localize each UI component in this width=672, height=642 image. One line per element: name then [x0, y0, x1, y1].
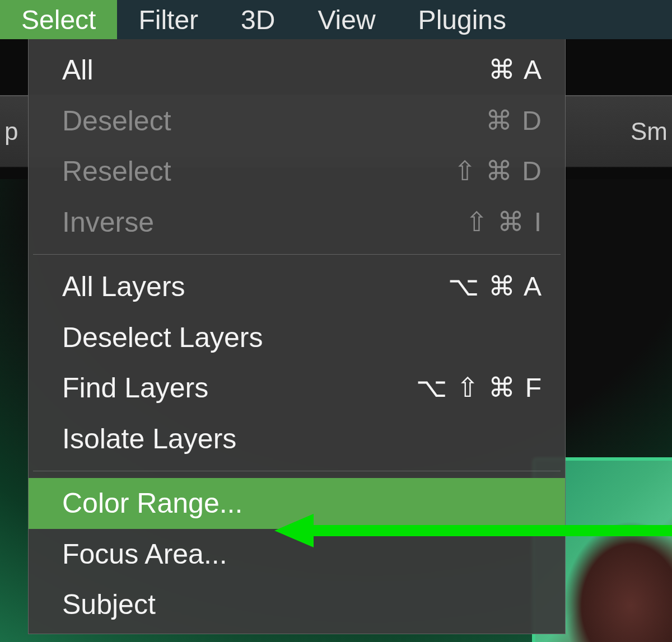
menu-item-focus-area[interactable]: Focus Area...: [29, 529, 565, 580]
menu-item-label: Inverse: [62, 205, 443, 240]
menu-item-shortcut: ⇧ ⌘ D: [431, 154, 543, 188]
menu-3d[interactable]: 3D: [220, 0, 296, 39]
menu-item-inverse: Inverse ⇧ ⌘ I: [29, 197, 565, 248]
app-root: Select Filter 3D View Plugins p Sm GI Al…: [0, 0, 672, 642]
menu-item-label: Isolate Layers: [62, 421, 520, 457]
options-bar-left-fragment: p: [4, 118, 18, 146]
menu-plugins[interactable]: Plugins: [397, 0, 528, 39]
menu-item-shortcut: ⇧ ⌘ I: [443, 205, 543, 239]
select-menu-dropdown: All ⌘ A Deselect ⌘ D Reselect ⇧ ⌘ D Inve…: [28, 39, 566, 634]
menu-item-shortcut: ⌥ ⇧ ⌘ F: [394, 371, 543, 405]
menu-item-shortcut: ⌘ D: [463, 104, 543, 138]
menu-view[interactable]: View: [296, 0, 396, 39]
menu-item-label: Find Layers: [62, 371, 394, 406]
menu-item-color-range[interactable]: Color Range...: [29, 478, 565, 529]
menu-item-label: All Layers: [62, 269, 426, 304]
menu-item-label: Reselect: [62, 154, 431, 189]
menu-item-find-layers[interactable]: Find Layers ⌥ ⇧ ⌘ F: [29, 363, 565, 414]
menu-item-shortcut: ⌥ ⌘ A: [426, 270, 543, 303]
menu-item-label: Deselect Layers: [62, 320, 520, 355]
menu-item-label: Deselect: [62, 104, 463, 139]
menu-item-reselect: Reselect ⇧ ⌘ D: [29, 146, 565, 197]
menu-item-deselect: Deselect ⌘ D: [29, 96, 565, 147]
menubar: Select Filter 3D View Plugins: [0, 0, 672, 39]
menu-item-label: Subject: [62, 587, 520, 622]
menu-filter[interactable]: Filter: [117, 0, 220, 39]
menu-item-deselect-layers[interactable]: Deselect Layers: [29, 312, 565, 363]
options-bar-right-fragment: Sm: [631, 118, 668, 146]
menu-item-label: Focus Area...: [62, 537, 520, 572]
menu-item-all-layers[interactable]: All Layers ⌥ ⌘ A: [29, 261, 565, 312]
menu-item-shortcut: ⌘ A: [466, 53, 543, 87]
menu-item-all[interactable]: All ⌘ A: [29, 45, 565, 96]
menu-item-label: All: [62, 53, 466, 88]
menu-item-isolate-layers[interactable]: Isolate Layers: [29, 414, 565, 465]
menu-select[interactable]: Select: [0, 0, 117, 39]
menu-item-subject[interactable]: Subject: [29, 579, 565, 630]
menu-item-label: Color Range...: [62, 486, 520, 521]
menu-separator: [33, 471, 561, 471]
menu-separator: [33, 254, 561, 255]
